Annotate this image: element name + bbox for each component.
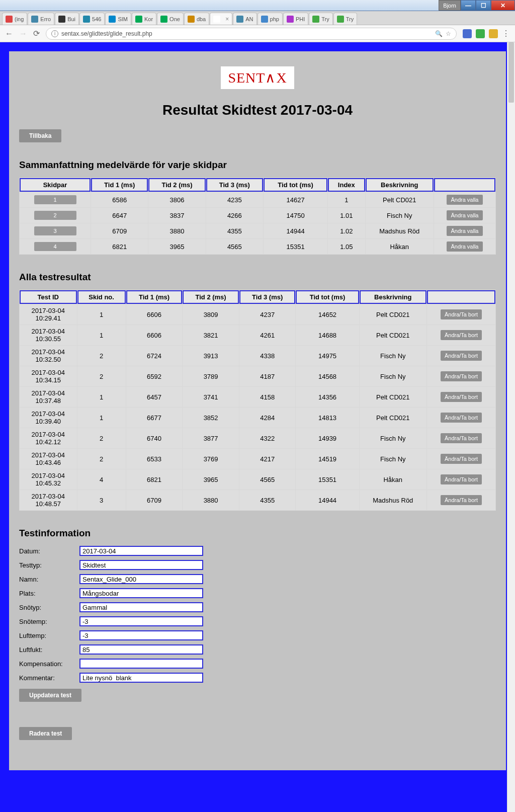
update-test-button[interactable]: Uppdatera test (19, 689, 81, 702)
table-cell: 2 (77, 346, 126, 366)
form-row: Testtyp: (19, 560, 496, 570)
window-close-button[interactable]: ✕ (491, 0, 515, 11)
table-row: 3670938804355149441.02Madshus RödÄndra v… (20, 223, 495, 238)
table-header: Tid 2 (ms) (148, 178, 205, 192)
form-input[interactable] (79, 616, 203, 626)
window-minimize-button[interactable]: — (461, 0, 476, 11)
form-input[interactable] (79, 602, 203, 612)
form-input[interactable] (79, 644, 203, 655)
table-cell: 6740 (126, 428, 183, 448)
star-icon[interactable]: ☆ (446, 30, 451, 37)
form-input[interactable] (79, 588, 203, 598)
table-cell: 6821 (126, 469, 183, 490)
form-label: Kompensation: (19, 660, 79, 668)
browser-tab[interactable]: Try (309, 13, 332, 25)
summary-table: SkidparTid 1 (ms)Tid 2 (ms)Tid 3 (ms)Tid… (19, 178, 496, 255)
skidpar-badge[interactable]: 2 (34, 211, 76, 220)
edit-delete-button[interactable]: Ändra/Ta bort (441, 351, 482, 361)
address-bar[interactable]: i sentax.se/glidtest/glide_result.php 🔍 … (46, 28, 457, 40)
table-cell: 6606 (126, 325, 183, 345)
form-input[interactable] (79, 546, 203, 556)
table-header: Tid tot (ms) (264, 178, 327, 192)
table-cell: Fisch Ny (360, 428, 426, 448)
table-cell: 14627 (264, 192, 327, 207)
form-input[interactable] (79, 630, 203, 640)
browser-tab[interactable]: SIM (105, 13, 131, 25)
edit-delete-button[interactable]: Ändra/Ta bort (441, 413, 482, 423)
browser-tab[interactable]: php (258, 13, 283, 25)
browser-tab[interactable]: AN (233, 13, 256, 25)
form-label: Luftfukt: (19, 646, 79, 654)
change-wax-button[interactable]: Ändra valla (447, 226, 482, 236)
browser-tab[interactable]: dba (184, 13, 209, 25)
form-input[interactable] (79, 673, 203, 683)
window-titlebar: Bjorn — ☐ ✕ (0, 0, 515, 11)
table-cell: Fisch Ny (360, 366, 426, 386)
skidpar-badge[interactable]: 3 (34, 226, 76, 235)
test-id-cell: 2017-03-0410:45.32 (20, 469, 77, 490)
browser-tab[interactable]: PHI (283, 13, 308, 25)
table-header: Index (328, 178, 365, 192)
scrollbar-thumb[interactable] (508, 42, 514, 103)
table-header: Test ID (20, 290, 77, 304)
form-input[interactable] (79, 574, 203, 584)
browser-tab[interactable]: (ing (2, 13, 27, 25)
back-icon[interactable]: ← (5, 29, 13, 38)
table-cell: 14750 (264, 208, 327, 223)
edit-delete-button[interactable]: Ändra/Ta bort (441, 454, 482, 464)
edit-delete-button[interactable]: Ändra/Ta bort (441, 392, 482, 402)
form-row: Luftfukt: (19, 644, 496, 655)
form-input[interactable] (79, 560, 203, 570)
site-info-icon[interactable]: i (51, 30, 58, 37)
edit-delete-button[interactable]: Ändra/Ta bort (441, 433, 482, 443)
table-cell: Pelt CD021 (360, 325, 426, 345)
skidpar-badge[interactable]: 4 (34, 242, 76, 251)
edit-delete-button[interactable]: Ändra/Ta bort (441, 330, 482, 340)
browser-tab[interactable]: × (210, 13, 232, 25)
table-cell: 4355 (239, 490, 296, 510)
table-row: 2664738374266147501.01Fisch NyÄndra vall… (20, 208, 495, 223)
menu-icon[interactable]: ⋮ (502, 29, 510, 38)
browser-tab[interactable]: Erro (28, 13, 54, 25)
page-viewport: SENT∧X Resultat Skidtest 2017-03-04 Till… (0, 42, 515, 812)
window-maximize-button[interactable]: ☐ (476, 0, 491, 11)
browser-tab[interactable]: Bui (55, 13, 79, 25)
table-cell: 3880 (148, 223, 205, 238)
extension-icon[interactable] (463, 29, 472, 38)
change-wax-button[interactable]: Ändra valla (447, 195, 482, 205)
favicon-icon (58, 16, 65, 23)
edit-delete-button[interactable]: Ändra/Ta bort (441, 495, 482, 505)
results-heading: Alla testresultat (19, 272, 496, 283)
table-cell: Pelt CD021 (360, 304, 426, 324)
browser-tab[interactable]: Try (333, 13, 357, 25)
form-row: Datum: (19, 546, 496, 556)
skidpar-badge[interactable]: 1 (34, 195, 76, 204)
extension-icon[interactable] (489, 29, 498, 38)
reload-icon[interactable]: ⟳ (33, 29, 40, 38)
extension-icon[interactable] (476, 29, 485, 38)
edit-delete-button[interactable]: Ändra/Ta bort (441, 309, 482, 319)
tab-label: Kor (144, 16, 153, 22)
search-icon[interactable]: 🔍 (435, 30, 443, 37)
test-id-cell: 2017-03-0410:43.46 (20, 449, 77, 469)
forward-icon[interactable]: → (19, 29, 27, 38)
close-tab-icon[interactable]: × (225, 16, 229, 23)
form-input[interactable] (79, 659, 203, 669)
table-cell: 15351 (264, 239, 327, 254)
change-wax-button[interactable]: Ändra valla (447, 210, 482, 220)
table-row: 2017-03-0410:45.32468213965456515351Håka… (20, 469, 495, 490)
user-badge[interactable]: Bjorn (439, 0, 461, 11)
back-button[interactable]: Tillbaka (19, 129, 61, 142)
table-cell: 6724 (126, 346, 183, 366)
tab-label: Erro (40, 16, 51, 22)
browser-tab[interactable]: Kor (132, 13, 156, 25)
delete-test-button[interactable]: Radera test (19, 727, 72, 740)
browser-tab[interactable]: One (157, 13, 184, 25)
edit-delete-button[interactable]: Ändra/Ta bort (441, 474, 482, 484)
tab-label: (ing (15, 16, 24, 22)
tab-label: PHI (296, 16, 305, 22)
change-wax-button[interactable]: Ändra valla (447, 241, 482, 252)
edit-delete-button[interactable]: Ändra/Ta bort (441, 371, 482, 381)
scrollbar[interactable] (507, 42, 515, 812)
browser-tab[interactable]: 546 (79, 13, 105, 25)
